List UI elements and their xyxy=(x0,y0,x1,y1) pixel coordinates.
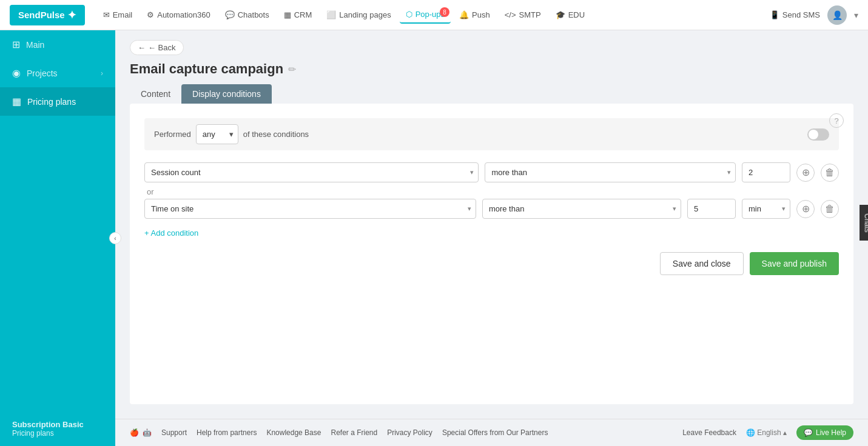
footer-knowledge-base[interactable]: Knowledge Base xyxy=(266,428,321,437)
back-button[interactable]: ← ← Back xyxy=(130,40,184,55)
sidebar: ⊞ Main ◉ Projects › ▦ Pricing plans ‹ Su… xyxy=(0,30,115,446)
nav-popups[interactable]: ⬡ Pop-ups 8 xyxy=(400,6,451,24)
plus-icon-2: ⊕ xyxy=(802,203,810,215)
edu-icon: 🎓 xyxy=(556,10,565,19)
tab-display-conditions[interactable]: Display conditions xyxy=(181,84,272,104)
condition-unit-2-wrapper: min sec hr ▾ xyxy=(742,199,790,219)
leave-feedback-link[interactable]: Leave Feedback xyxy=(682,428,736,437)
delete-row-1-button[interactable]: 🗑 xyxy=(821,164,839,182)
nav-automation360[interactable]: ⚙ Automation360 xyxy=(141,7,216,23)
condition-value-2[interactable] xyxy=(687,199,736,219)
bottom-right: Leave Feedback 🌐 English ▴ 💬 Live Help xyxy=(682,425,853,440)
sidebar-collapse-button[interactable]: ‹ xyxy=(109,232,121,244)
chat-icon: 💬 xyxy=(804,428,813,437)
condition-operator-1-wrapper: more than less than equal to ▾ xyxy=(485,162,736,182)
push-icon: 🔔 xyxy=(459,10,469,19)
nav-smtp[interactable]: </> SMTP xyxy=(499,7,547,23)
content-area: ← ← Back Email capture campaign ✏ Conten… xyxy=(115,30,868,446)
any-select[interactable]: any xyxy=(196,124,238,144)
condition-type-1[interactable]: Session count Time on site Page views Re… xyxy=(144,162,479,182)
user-avatar[interactable]: 👤 xyxy=(827,5,847,25)
sidebar-item-main[interactable]: ⊞ Main xyxy=(0,30,115,59)
language-dropdown-icon: ▴ xyxy=(783,428,787,437)
of-these-conditions-label: of these conditions xyxy=(243,130,309,139)
sidebar-item-pricing-plans[interactable]: ▦ Pricing plans xyxy=(0,87,115,116)
landing-pages-icon: ⬜ xyxy=(326,10,336,19)
nav-email[interactable]: ✉ Email xyxy=(97,7,139,23)
nav-push[interactable]: 🔔 Push xyxy=(453,7,496,23)
footer-support[interactable]: Support xyxy=(161,428,187,437)
edit-title-icon[interactable]: ✏ xyxy=(288,64,296,75)
save-publish-button[interactable]: Save and publish xyxy=(750,252,839,275)
live-help-button[interactable]: 💬 Live Help xyxy=(796,425,853,440)
top-navigation: SendPulse ✦ ✉ Email ⚙ Automation360 💬 Ch… xyxy=(0,0,868,30)
language-selector[interactable]: 🌐 English ▴ xyxy=(746,428,787,437)
condition-operator-2-wrapper: more than less than equal to ▾ xyxy=(482,199,681,219)
sidebar-item-projects[interactable]: ◉ Projects › xyxy=(0,59,115,87)
footer-special-offers[interactable]: Special Offers from Our Partners xyxy=(442,428,548,437)
add-condition-button[interactable]: + Add condition xyxy=(144,228,198,238)
projects-expand-icon: › xyxy=(101,69,103,78)
popups-badge: 8 xyxy=(440,7,449,17)
nav-edu[interactable]: 🎓 EDU xyxy=(550,7,591,23)
condition-type-2[interactable]: Time on site Session count Page views Re… xyxy=(144,199,476,219)
footer-privacy-policy[interactable]: Privacy Policy xyxy=(387,428,432,437)
campaign-title-row: Email capture campaign ✏ xyxy=(130,61,853,77)
condition-type-2-wrapper: Time on site Session count Page views Re… xyxy=(144,199,476,219)
condition-row-2: Time on site Session count Page views Re… xyxy=(144,199,839,219)
nav-crm[interactable]: ▦ CRM xyxy=(278,7,318,23)
condition-row-1: Session count Time on site Page views Re… xyxy=(144,162,839,182)
condition-type-1-wrapper: Session count Time on site Page views Re… xyxy=(144,162,479,182)
popups-icon: ⬡ xyxy=(406,10,412,19)
tab-content[interactable]: Content xyxy=(130,84,181,104)
trash-icon-2: 🗑 xyxy=(825,204,835,215)
condition-operator-1[interactable]: more than less than equal to xyxy=(485,162,736,182)
footer-help-partners[interactable]: Help from partners xyxy=(197,428,257,437)
add-row-1-button[interactable]: ⊕ xyxy=(796,164,815,182)
chats-tab[interactable]: Chats xyxy=(859,205,868,241)
add-row-2-button[interactable]: ⊕ xyxy=(796,200,815,218)
main-icon: ⊞ xyxy=(12,39,20,50)
logo-text: SendPulse xyxy=(18,10,65,20)
conditions-panel: ? Performed any ▾ of these conditions xyxy=(130,104,853,404)
chatbots-icon: 💬 xyxy=(225,10,235,19)
subscription-title: Subscription Basic xyxy=(12,420,103,429)
footer-refer-friend[interactable]: Refer a Friend xyxy=(331,428,377,437)
nav-landing-pages[interactable]: ⬜ Landing pages xyxy=(320,7,397,23)
condition-unit-2[interactable]: min sec hr xyxy=(742,199,790,219)
bottom-bar: 🍎 🤖 Support Help from partners Knowledge… xyxy=(115,419,868,446)
pricing-icon: ▦ xyxy=(12,96,21,107)
delete-row-2-button[interactable]: 🗑 xyxy=(821,200,839,218)
conditions-toggle[interactable] xyxy=(807,128,829,141)
send-sms-button[interactable]: 📱 Send SMS xyxy=(770,10,820,19)
back-icon: ← xyxy=(138,43,146,52)
plus-icon-1: ⊕ xyxy=(802,167,810,178)
os-icons: 🍎 🤖 xyxy=(130,428,152,437)
apple-icon: 🍎 xyxy=(130,428,139,437)
email-icon: ✉ xyxy=(103,10,110,19)
save-close-button[interactable]: Save and close xyxy=(660,252,744,275)
performed-label: Performed xyxy=(154,130,191,139)
automation-icon: ⚙ xyxy=(147,10,154,19)
main-layout: ⊞ Main ◉ Projects › ▦ Pricing plans ‹ Su… xyxy=(0,30,868,446)
tabs: Content Display conditions xyxy=(130,84,853,104)
trash-icon-1: 🗑 xyxy=(825,167,835,178)
condition-operator-2[interactable]: more than less than equal to xyxy=(482,199,681,219)
nav-chatbots[interactable]: 💬 Chatbots xyxy=(219,7,275,23)
help-icon[interactable]: ? xyxy=(829,113,844,128)
projects-icon: ◉ xyxy=(12,67,21,79)
logo[interactable]: SendPulse ✦ xyxy=(10,5,85,25)
panel-footer: Save and close Save and publish xyxy=(144,252,839,275)
account-dropdown-icon[interactable]: ▾ xyxy=(854,10,858,20)
sms-icon: 📱 xyxy=(770,10,779,19)
page-header: ← ← Back Email capture campaign ✏ Conten… xyxy=(115,30,868,104)
condition-header: Performed any ▾ of these conditions xyxy=(144,118,839,150)
nav-items: ✉ Email ⚙ Automation360 💬 Chatbots ▦ CRM… xyxy=(97,6,770,24)
sidebar-footer: Subscription Basic Pricing plans xyxy=(0,411,115,446)
smtp-icon: </> xyxy=(505,10,516,19)
campaign-title: Email capture campaign xyxy=(130,61,283,77)
any-select-wrapper: any ▾ xyxy=(196,124,238,144)
crm-icon: ▦ xyxy=(284,10,291,19)
condition-value-1[interactable] xyxy=(742,162,790,182)
android-icon: 🤖 xyxy=(143,428,152,437)
